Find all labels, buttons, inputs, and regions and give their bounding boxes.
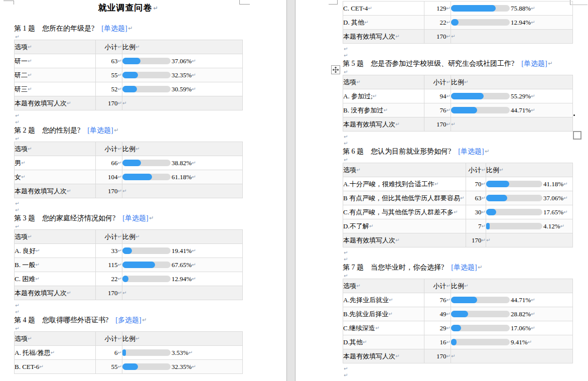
total-label-cell: 本题有效填写人次↵ xyxy=(343,349,424,363)
ratio-bar-track xyxy=(451,5,510,12)
paragraph-mark: ↵ xyxy=(451,34,455,39)
paragraph-mark: ↵ xyxy=(447,297,451,303)
total-count-cell: 170↵ xyxy=(96,184,122,198)
ratio-bar: 67.65%↵ xyxy=(122,259,242,272)
option-label: B. CET-6 xyxy=(15,363,39,370)
question-type-link[interactable]: [单选题] xyxy=(87,126,113,134)
table-row: B.先就业后择业↵49↵28.82%↵ xyxy=(343,307,573,321)
question-type-link[interactable]: [多选题] xyxy=(115,316,141,324)
ratio-bar-fill xyxy=(122,247,132,254)
ratio-bar-fill xyxy=(486,209,496,215)
header-label: 小计 xyxy=(105,145,118,153)
header-option-cell: 选项↵ xyxy=(343,75,424,89)
header-ratio-cell: 比例↵ xyxy=(122,40,243,54)
header-label: 选项 xyxy=(343,78,356,86)
paragraph-mark: ↵ xyxy=(15,119,19,125)
table-row: 研三↵52↵30.59%↵ xyxy=(15,82,243,96)
table-resize-handle[interactable] xyxy=(573,131,581,140)
percent-label: 37.06% xyxy=(543,194,563,202)
percent-label: 75.88% xyxy=(511,5,531,13)
ratio-cell: 12.94%↵ xyxy=(451,16,573,30)
option-cell: B. CET-6↵ xyxy=(15,360,96,374)
count-value: 30 xyxy=(475,208,482,216)
percent-label: 17.65% xyxy=(543,208,563,216)
total-ratio-cell: ↵ xyxy=(122,96,243,110)
ratio-cell: 30.59%↵ xyxy=(122,82,243,96)
paragraph-mark: ↵ xyxy=(368,6,372,11)
total-value: 170 xyxy=(108,187,118,195)
option-cell: 男↵ xyxy=(15,156,96,170)
paragraph-mark: ↵ xyxy=(39,364,43,369)
table-row: C.有点严峻，与其他低学历人群差不多↵30↵17.65%↵ xyxy=(343,205,573,219)
count-cell: 76↵ xyxy=(424,293,451,307)
count-value: 29 xyxy=(440,324,447,332)
total-value: 170 xyxy=(472,236,482,244)
total-label: 本题有效填写人次 xyxy=(343,33,395,40)
empty-paragraph: ↵ xyxy=(15,112,242,118)
question-type-link[interactable]: [单选题] xyxy=(122,214,148,222)
table-row: B 有点严峻，但比其他低学历人群要容易↵63↵37.06%↵ xyxy=(343,191,573,205)
option-cell: 女↵ xyxy=(15,170,96,184)
total-ratio-cell: ↵ xyxy=(451,349,573,363)
ratio-bar: 44.71%↵ xyxy=(451,104,572,117)
paragraph-mark: ↵ xyxy=(531,6,535,11)
percent-label: 44.71% xyxy=(511,296,531,304)
ratio-cell: 32.35%↵ xyxy=(122,360,243,374)
empty-paragraph: ↵ xyxy=(15,118,242,125)
paragraph-mark: ↵ xyxy=(389,297,393,303)
paragraph-mark: ↵ xyxy=(447,283,451,289)
paragraph-mark: ↵ xyxy=(548,60,553,67)
paragraph-mark: ↵ xyxy=(118,234,122,239)
paragraph-mark: ↵ xyxy=(531,325,535,331)
count-cell: 16↵ xyxy=(424,335,451,349)
count-cell: 52↵ xyxy=(96,82,122,96)
question-type-link[interactable]: [单选题] xyxy=(101,25,127,32)
ratio-cell: 37.06%↵ xyxy=(486,191,573,205)
total-label: 本题有效填写人次 xyxy=(15,99,67,107)
header-label: 选项 xyxy=(15,335,28,342)
option-cell: A. 托福/雅思↵ xyxy=(15,346,96,360)
blank-lines: ↵↵ xyxy=(14,300,242,316)
paragraph-mark: ↵ xyxy=(344,250,348,256)
ratio-bar-track xyxy=(451,19,510,26)
header-label: 比例 xyxy=(122,43,135,51)
paragraph-mark: ↵ xyxy=(482,209,486,215)
ratio-bar: 61.18%↵ xyxy=(122,171,242,184)
count-value: 66 xyxy=(111,159,118,167)
header-label: 小计 xyxy=(433,282,447,290)
option-cell: B. 没有参加过↵ xyxy=(343,103,424,117)
header-label: 选项 xyxy=(343,282,356,290)
ratio-bar-track xyxy=(451,297,510,303)
ratio-cell: 41.18%↵ xyxy=(486,177,573,191)
option-label: B 有点严峻，但比其他低学历人群要容易 xyxy=(343,194,460,202)
paragraph-mark: ↵ xyxy=(28,336,32,341)
count-value: 63 xyxy=(111,57,118,65)
ratio-bar-track xyxy=(451,325,510,331)
table-row: D. 其他↵22↵12.94%↵ xyxy=(343,16,573,30)
question-type-link[interactable]: [单选题] xyxy=(521,60,547,67)
survey-table: 选项↵小计↵比例↵A. 托福/雅思↵6↵3.53%↵B. CET-6↵55↵32… xyxy=(14,331,243,374)
paragraph-mark: ↵ xyxy=(447,6,451,11)
question-title: 第 1 题 您所在的年级是?[单选题]↵ xyxy=(14,24,242,33)
table-total-row: 本题有效填写人次↵170↵↵ xyxy=(343,117,573,132)
question-type-link[interactable]: [单选题] xyxy=(458,148,484,155)
empty-paragraph: ↵ xyxy=(14,223,242,229)
table-row: A. 托福/雅思↵6↵3.53%↵ xyxy=(15,346,243,360)
paragraph-mark: ↵ xyxy=(28,72,32,78)
count-value: 33 xyxy=(111,247,118,255)
question-type-link[interactable]: [单选题] xyxy=(451,264,477,271)
ratio-bar-fill xyxy=(451,297,477,303)
paragraph-mark: ↵ xyxy=(344,366,348,371)
table-row: B. CET-6↵55↵32.35%↵ xyxy=(15,360,243,374)
header-label: 选项 xyxy=(15,43,28,51)
ratio-bar: 9.41%↵ xyxy=(451,336,572,349)
empty-paragraph: ↵ xyxy=(344,371,572,378)
paragraph-mark: ↵ xyxy=(28,58,32,64)
ratio-bar: 12.94%↵ xyxy=(122,273,242,286)
percent-label: 41.18% xyxy=(543,180,563,188)
paragraph-mark: ↵ xyxy=(388,311,392,317)
table-move-handle-icon[interactable] xyxy=(331,65,340,74)
question-title: 第 7 题 当您毕业时，你会选择?[单选题]↵ xyxy=(343,263,572,272)
paragraph-mark: ↵ xyxy=(363,339,367,345)
paragraph-mark: ↵ xyxy=(118,248,122,253)
